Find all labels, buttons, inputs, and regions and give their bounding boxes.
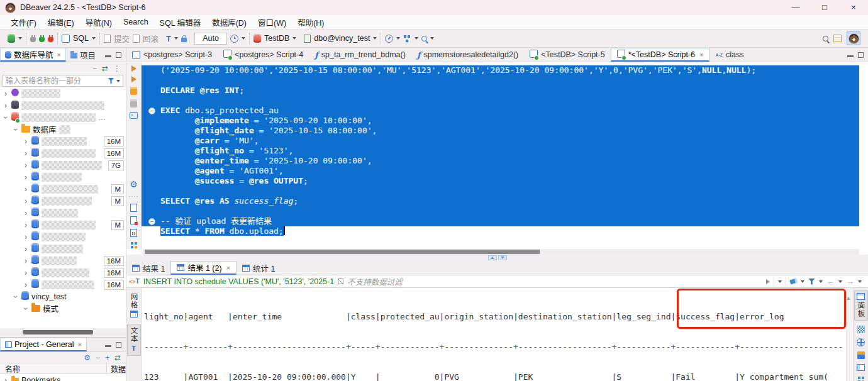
apply-filter-caret-icon[interactable] xyxy=(778,280,782,283)
editor-tab-4[interactable]: ƒspmemstoresaledetailgd2() xyxy=(411,48,524,62)
new-connection-icon[interactable] xyxy=(8,34,15,43)
transaction-caret-icon[interactable] xyxy=(174,37,178,40)
history-clock-icon[interactable] xyxy=(230,35,238,43)
tree-row-11[interactable]: › xyxy=(0,207,126,219)
tab-database-navigator[interactable]: 数据库导航 × xyxy=(0,48,66,62)
menu-item-5[interactable]: SQL 编辑器 xyxy=(154,16,207,28)
open-console-icon[interactable]: >_ xyxy=(130,112,138,119)
new-connection-caret-icon[interactable] xyxy=(18,37,22,40)
expand-icon[interactable]: › xyxy=(23,280,29,289)
maximize-button[interactable]: □ xyxy=(810,0,839,15)
sash-collapse-up-button[interactable] xyxy=(488,255,497,260)
close-results-tab-icon[interactable]: × xyxy=(226,264,230,272)
expand-icon[interactable]: › xyxy=(23,137,29,146)
collapse-icon[interactable]: › xyxy=(21,306,30,312)
custom-filter-icon[interactable] xyxy=(808,279,815,285)
tree-row-18[interactable]: ›vincy_test xyxy=(0,290,126,302)
project-minimize-icon[interactable] xyxy=(105,345,111,347)
history-caret-icon[interactable] xyxy=(242,37,245,40)
history-back-icon[interactable]: ← xyxy=(826,277,835,285)
menu-item-1[interactable]: 文件(F) xyxy=(5,16,42,28)
fold-marker-icon[interactable]: − xyxy=(148,108,155,114)
close-project-tab-icon[interactable]: × xyxy=(77,341,81,348)
collapse-icon[interactable]: › xyxy=(11,126,20,133)
tab-projects[interactable]: 项目 xyxy=(66,48,100,62)
metadata-panel-icon[interactable] xyxy=(857,364,865,371)
lock-icon[interactable] xyxy=(181,38,187,42)
search-icon[interactable] xyxy=(421,36,427,41)
clear-filter-icon[interactable] xyxy=(789,278,798,284)
results-tab-3[interactable]: 统计 1 xyxy=(236,261,281,275)
results-vscrollbar[interactable] xyxy=(846,288,853,381)
tab-project-general[interactable]: Project - General × xyxy=(0,338,87,351)
tree-row-14[interactable]: › xyxy=(0,243,126,255)
er-diagram-icon[interactable] xyxy=(130,241,138,249)
clear-filter-caret-icon[interactable] xyxy=(801,280,804,283)
tree-row-3[interactable]: ›… xyxy=(0,111,126,123)
expand-icon[interactable]: › xyxy=(23,185,29,194)
expand-icon[interactable]: › xyxy=(3,101,9,110)
tasks-caret-icon[interactable] xyxy=(415,37,418,40)
database-caret-icon[interactable] xyxy=(373,37,377,40)
tree-row-4[interactable]: ›数据库 xyxy=(0,123,126,135)
editor-tab-6[interactable]: *<TestDB> Script-6× xyxy=(611,48,710,62)
expand-icon[interactable]: › xyxy=(23,233,29,241)
perspective-chip[interactable] xyxy=(847,31,860,45)
collapse-all-icon[interactable]: − xyxy=(92,65,97,72)
scroll-up-icon[interactable] xyxy=(847,288,850,300)
custom-filter-caret-icon[interactable] xyxy=(819,280,823,283)
tree-row-17[interactable]: ›16M xyxy=(0,279,126,290)
expand-icon[interactable]: › xyxy=(23,221,29,229)
statistics-view-icon[interactable] xyxy=(130,229,137,237)
reconnect-icon[interactable] xyxy=(39,37,45,42)
connect-icon[interactable] xyxy=(30,37,36,42)
sql-editor-caret-icon[interactable] xyxy=(92,37,96,40)
editor-tab-2[interactable]: <postgres> Script-4 xyxy=(218,48,309,62)
history-back-caret-icon[interactable] xyxy=(838,280,842,283)
fold-marker-icon[interactable]: − xyxy=(148,218,155,225)
editor-tab-5[interactable]: <TestDB> Script-5 xyxy=(524,48,610,62)
dashboard-caret-icon[interactable] xyxy=(396,37,400,40)
tree-row-2[interactable]: › xyxy=(0,99,126,111)
tree-row-15[interactable]: ›16M xyxy=(0,255,126,267)
project-link-icon[interactable]: ⇄ xyxy=(114,354,121,362)
collapse-icon[interactable]: › xyxy=(1,114,10,121)
minimize-button[interactable]: — xyxy=(781,0,810,15)
text-view-toggle[interactable]: 文本 T xyxy=(127,324,141,356)
menu-item-4[interactable]: Search xyxy=(118,18,154,26)
tree-row-19[interactable]: ›模式 xyxy=(0,302,126,314)
close-tab-icon[interactable]: × xyxy=(699,51,703,58)
editor-hscroll-thumb[interactable] xyxy=(145,250,540,254)
tree-row-10[interactable]: ›M xyxy=(0,195,126,207)
commit-icon[interactable] xyxy=(104,35,111,43)
quick-search-icon[interactable] xyxy=(823,36,828,41)
rollback-icon[interactable] xyxy=(133,35,140,43)
explain-plan-icon[interactable] xyxy=(130,99,137,108)
tx-mode-select[interactable]: Auto xyxy=(194,33,227,45)
close-navigator-icon[interactable]: × xyxy=(57,51,61,58)
filter-caret-icon[interactable] xyxy=(116,80,120,82)
menu-item-3[interactable]: 导航(N) xyxy=(80,16,118,28)
editor-tab-1[interactable]: <postgres> Script-3 xyxy=(126,48,218,62)
maximize-pane-icon[interactable] xyxy=(116,52,121,58)
expand-icon[interactable]: › xyxy=(23,149,29,158)
search-caret-icon[interactable] xyxy=(430,37,434,40)
tree-row-5[interactable]: ›16M xyxy=(0,135,126,147)
expand-icon[interactable]: › xyxy=(23,257,29,265)
references-panel-icon[interactable] xyxy=(857,376,865,381)
tree-hscrollbar[interactable] xyxy=(0,329,126,336)
connection-caret-icon[interactable] xyxy=(292,37,296,40)
expand-icon[interactable]: › xyxy=(3,89,9,98)
history-forward-icon[interactable]: → xyxy=(846,277,854,285)
execute-statement-icon[interactable] xyxy=(131,65,136,72)
disconnect-icon[interactable] xyxy=(48,37,53,42)
results-tab-1[interactable]: 结果 1 xyxy=(126,261,170,275)
grouping-panel-icon[interactable] xyxy=(857,338,865,346)
results-text-output[interactable]: light_no|agent |enter_time |class|protec… xyxy=(142,288,846,381)
link-editor-icon[interactable]: ⇄ xyxy=(102,65,108,72)
grid-view-toggle[interactable]: 网格 xyxy=(128,290,140,320)
result-data-row[interactable]: 123 |AGT001 |2025-10-20 09:00:00.000|Y |… xyxy=(144,372,846,381)
expand-icon[interactable]: › xyxy=(23,268,29,277)
editor-results-sash[interactable] xyxy=(126,255,868,261)
bookmarks-expander-icon[interactable]: › xyxy=(3,376,9,381)
